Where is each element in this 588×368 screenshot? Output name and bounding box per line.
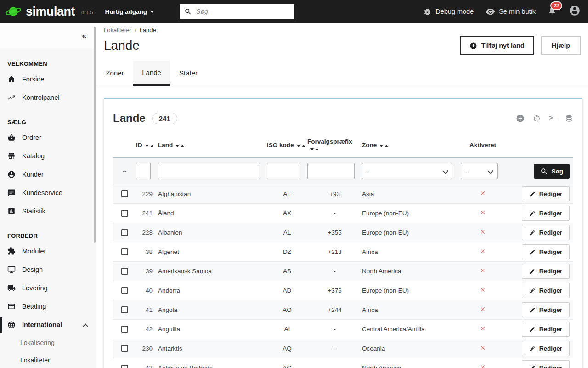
sidebar-item-design[interactable]: Design bbox=[0, 260, 96, 279]
notifications-button[interactable]: 22 bbox=[548, 6, 557, 17]
add-circle-icon[interactable] bbox=[516, 114, 525, 123]
sidebar-item-betaling[interactable]: Betaling bbox=[0, 297, 96, 316]
sidebar-item-ordrer[interactable]: Ordrer bbox=[0, 128, 96, 147]
disabled-x-icon[interactable] bbox=[480, 267, 486, 274]
edit-button[interactable]: Rediger bbox=[522, 283, 570, 298]
sidebar-item-international[interactable]: International bbox=[0, 316, 96, 334]
disabled-x-icon[interactable] bbox=[480, 190, 486, 196]
sidebar-subitem-lokaliteter[interactable]: Lokaliteter bbox=[0, 351, 96, 368]
row-checkbox[interactable] bbox=[121, 306, 128, 313]
sort-zone-control[interactable] bbox=[379, 145, 388, 147]
row-checkbox[interactable] bbox=[121, 365, 128, 368]
row-checkbox[interactable] bbox=[121, 190, 128, 197]
plus-circle-icon bbox=[469, 42, 477, 50]
table-row: 241ÅlandAX-Europe (non-EU)Rediger bbox=[113, 204, 573, 223]
debug-mode-button[interactable]: Debug mode bbox=[423, 7, 474, 16]
account-menu-button[interactable] bbox=[569, 5, 581, 18]
filter-zone-select[interactable]: - bbox=[362, 163, 452, 179]
sidebar-item-kunder[interactable]: Kunder bbox=[0, 165, 96, 184]
disabled-x-icon[interactable] bbox=[480, 364, 486, 368]
search-input[interactable] bbox=[196, 8, 290, 15]
column-prefix: Forvalgspræfix bbox=[307, 138, 362, 158]
disabled-x-icon[interactable] bbox=[480, 345, 486, 351]
stats-icon bbox=[7, 207, 16, 215]
row-id-cell: 241 bbox=[136, 204, 158, 223]
edit-button[interactable]: Rediger bbox=[522, 186, 570, 201]
row-actions-cell: Rediger bbox=[505, 281, 573, 300]
disabled-x-icon[interactable] bbox=[480, 209, 486, 216]
disabled-x-icon[interactable] bbox=[480, 325, 486, 332]
view-shop-button[interactable]: Se min butik bbox=[486, 7, 536, 17]
edit-button[interactable]: Rediger bbox=[522, 302, 570, 317]
disabled-x-icon[interactable] bbox=[480, 248, 486, 254]
database-icon[interactable] bbox=[565, 114, 573, 123]
row-checkbox[interactable] bbox=[121, 268, 128, 275]
tab-zoner[interactable]: Zoner bbox=[96, 61, 133, 86]
row-checkbox[interactable] bbox=[121, 326, 128, 333]
quick-access-label: Hurtig adgang bbox=[105, 8, 147, 15]
sidebar-item-levering[interactable]: Levering bbox=[0, 279, 96, 297]
help-button[interactable]: Hjælp bbox=[541, 36, 581, 55]
row-checkbox[interactable] bbox=[121, 287, 128, 294]
edit-button-label: Rediger bbox=[539, 326, 562, 333]
table-row: 41AngolaAO+244AfricaRediger bbox=[113, 300, 573, 320]
refresh-icon[interactable] bbox=[532, 114, 541, 123]
row-prefix-cell: - bbox=[307, 204, 362, 223]
sidebar-item-kundeservice[interactable]: Kundeservice bbox=[0, 184, 96, 202]
row-actions-cell: Rediger bbox=[505, 300, 573, 320]
disabled-x-icon[interactable] bbox=[480, 287, 486, 293]
sidebar-item-forside[interactable]: Forside bbox=[0, 70, 96, 88]
filter-land-input[interactable] bbox=[158, 163, 260, 179]
brand-logo[interactable]: simulant bbox=[5, 5, 75, 19]
edit-button[interactable]: Rediger bbox=[522, 360, 570, 368]
tab-lande[interactable]: Lande bbox=[133, 61, 170, 86]
edit-button[interactable]: Rediger bbox=[522, 264, 570, 279]
sidebar-subitem-lokalisering[interactable]: Lokalisering bbox=[0, 334, 96, 351]
row-id-cell: 43 bbox=[136, 358, 158, 368]
filter-active-select[interactable]: - bbox=[461, 163, 498, 179]
filter-search-button[interactable]: Søg bbox=[534, 164, 570, 179]
row-active-cell bbox=[461, 242, 505, 262]
sort-id-control[interactable] bbox=[145, 145, 154, 147]
sidebar-item-moduler[interactable]: Moduler bbox=[0, 242, 96, 260]
quick-access-menu[interactable]: Hurtig adgang bbox=[105, 8, 154, 15]
row-checkbox[interactable] bbox=[121, 248, 128, 255]
edit-button[interactable]: Rediger bbox=[522, 322, 570, 337]
sidebar-item-label: Design bbox=[22, 266, 43, 273]
version-label: 8.1.5 bbox=[81, 10, 93, 15]
collapse-sidebar-button[interactable]: « bbox=[82, 31, 86, 40]
row-country-cell: Algeriet bbox=[158, 242, 267, 262]
sidebar-item-label: International bbox=[22, 321, 62, 328]
row-checkbox[interactable] bbox=[121, 210, 128, 217]
sidebar-scrollbar[interactable] bbox=[94, 27, 96, 243]
disabled-x-icon[interactable] bbox=[480, 229, 486, 235]
sort-iso-control[interactable] bbox=[297, 145, 305, 147]
filter-iso-input[interactable] bbox=[267, 163, 300, 179]
sort-land-control[interactable] bbox=[175, 145, 184, 147]
edit-button[interactable]: Rediger bbox=[522, 225, 570, 240]
sort-prefix-control[interactable] bbox=[310, 148, 319, 150]
view-shop-label: Se min butik bbox=[499, 8, 536, 15]
row-checkbox[interactable] bbox=[121, 229, 128, 236]
sidebar-item-kontrolpanel[interactable]: Kontrolpanel bbox=[0, 88, 96, 107]
row-checkbox[interactable] bbox=[121, 345, 128, 352]
breadcrumb-parent-link[interactable]: Lokaliteter bbox=[104, 27, 131, 34]
terminal-icon[interactable]: >_ bbox=[549, 115, 557, 122]
edit-button[interactable]: Rediger bbox=[522, 341, 570, 356]
filter-id-input[interactable] bbox=[136, 163, 151, 179]
row-prefix-cell: +376 bbox=[307, 281, 362, 300]
pencil-icon bbox=[529, 345, 536, 352]
edit-button[interactable]: Rediger bbox=[522, 244, 570, 259]
row-prefix-cell: +213 bbox=[307, 242, 362, 262]
row-prefix-cell: - bbox=[307, 320, 362, 339]
bug-icon bbox=[423, 7, 432, 16]
sidebar-item-katalog[interactable]: Katalog bbox=[0, 147, 96, 165]
tab-stater[interactable]: Stater bbox=[170, 61, 207, 86]
sidebar-item-statistik[interactable]: Statistik bbox=[0, 202, 96, 220]
edit-button[interactable]: Rediger bbox=[522, 206, 570, 221]
sidebar-item-label: Kundeservice bbox=[22, 189, 62, 196]
filter-prefix-input[interactable] bbox=[307, 163, 355, 179]
add-country-button[interactable]: Tilføj nyt land bbox=[460, 36, 534, 55]
disabled-x-icon[interactable] bbox=[480, 306, 486, 312]
chevron-up-icon bbox=[83, 323, 88, 328]
